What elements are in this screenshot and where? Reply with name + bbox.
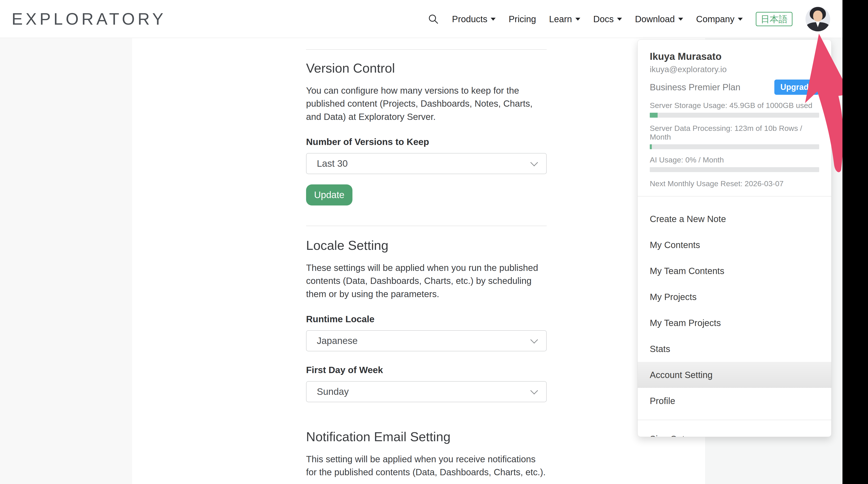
update-button[interactable]: Update bbox=[306, 184, 352, 206]
runtime-locale-label: Runtime Locale bbox=[306, 314, 547, 325]
user-info-section: Ikuya Murasato ikuya@exploratory.io Busi… bbox=[638, 40, 831, 196]
plan-name: Business Premier Plan bbox=[650, 82, 741, 92]
storage-usage: Server Storage Usage: 45.9GB of 1000GB u… bbox=[650, 101, 819, 118]
plan-row: Business Premier Plan Upgrade bbox=[650, 80, 819, 95]
data-processing-usage: Server Data Processing: 123m of 10b Rows… bbox=[650, 124, 819, 149]
usage-reset-date: Next Monthly Usage Reset: 2026-03-07 bbox=[650, 179, 819, 196]
user-dropdown-menu: Ikuya Murasato ikuya@exploratory.io Busi… bbox=[638, 39, 832, 437]
brand-logo[interactable]: EXPLORATORY bbox=[12, 9, 166, 28]
ai-usage-label: AI Usage: 0% / Month bbox=[650, 155, 819, 164]
menu-item-profile[interactable]: Profile bbox=[638, 388, 831, 414]
header: EXPLORATORY Products Pricing Learn Docs bbox=[0, 0, 842, 38]
page: EXPLORATORY Products Pricing Learn Docs bbox=[0, 0, 842, 484]
versions-to-keep-select[interactable]: Last 30 bbox=[306, 153, 547, 174]
menu-item-my-projects[interactable]: My Projects bbox=[638, 284, 831, 310]
versions-to-keep-label: Number of Versions to Keep bbox=[306, 137, 547, 147]
data-processing-label: Server Data Processing: 123m of 10b Rows… bbox=[650, 124, 819, 141]
notification-email-title: Notification Email Setting bbox=[306, 429, 547, 444]
first-day-of-week-select[interactable]: Sunday bbox=[306, 381, 547, 402]
user-email: ikuya@exploratory.io bbox=[650, 65, 819, 74]
nav-item-learn[interactable]: Learn bbox=[549, 14, 580, 24]
menu-divider bbox=[638, 196, 831, 196]
section-divider bbox=[306, 225, 547, 226]
menu-item-sign-out[interactable]: Sign Out bbox=[638, 426, 831, 437]
user-avatar[interactable] bbox=[805, 7, 830, 31]
ai-usage-bar bbox=[650, 167, 819, 172]
first-day-of-week-label: First Day of Week bbox=[306, 365, 547, 375]
versions-to-keep-select-wrap: Last 30 bbox=[306, 153, 547, 174]
main-nav: Products Pricing Learn Docs Download Com… bbox=[428, 0, 830, 38]
user-name: Ikuya Murasato bbox=[650, 51, 819, 62]
notification-email-description: This setting will be applied when you re… bbox=[306, 453, 547, 479]
chevron-down-icon bbox=[491, 18, 496, 21]
nav-item-products[interactable]: Products bbox=[452, 14, 496, 24]
chevron-down-icon bbox=[617, 18, 622, 21]
menu-item-account-setting[interactable]: Account Setting bbox=[638, 362, 831, 388]
nav-item-download[interactable]: Download bbox=[635, 14, 683, 24]
menu-divider bbox=[638, 420, 831, 420]
version-control-description: You can configure how many versions to k… bbox=[306, 84, 547, 123]
nav-item-company[interactable]: Company bbox=[696, 14, 743, 24]
menu-item-my-team-projects[interactable]: My Team Projects bbox=[638, 310, 831, 336]
storage-usage-label: Server Storage Usage: 45.9GB of 1000GB u… bbox=[650, 101, 819, 110]
settings-content: Version Control You can configure how ma… bbox=[306, 38, 547, 479]
menu-item-create-new-note[interactable]: Create a New Note bbox=[638, 206, 831, 232]
version-control-title: Version Control bbox=[306, 61, 547, 75]
data-processing-bar-fill bbox=[650, 144, 652, 149]
nav-item-docs[interactable]: Docs bbox=[593, 14, 622, 24]
search-icon[interactable] bbox=[428, 13, 439, 25]
storage-usage-bar bbox=[650, 113, 819, 118]
user-menu-list: Create a New Note My Contents My Team Co… bbox=[638, 206, 831, 414]
upgrade-button[interactable]: Upgrade bbox=[774, 80, 819, 95]
menu-item-my-contents[interactable]: My Contents bbox=[638, 232, 831, 258]
section-divider bbox=[306, 49, 547, 50]
left-gutter bbox=[0, 38, 132, 484]
data-processing-bar bbox=[650, 144, 819, 149]
language-toggle-button[interactable]: 日本語 bbox=[756, 12, 793, 26]
storage-usage-bar-fill bbox=[650, 113, 658, 118]
locale-setting-description: These settings will be applied when you … bbox=[306, 261, 547, 301]
first-day-of-week-select-wrap: Sunday bbox=[306, 381, 547, 402]
chevron-down-icon bbox=[576, 18, 580, 21]
chevron-down-icon bbox=[738, 18, 743, 21]
menu-item-stats[interactable]: Stats bbox=[638, 336, 831, 362]
avatar-face bbox=[813, 10, 823, 22]
chevron-down-icon bbox=[678, 18, 683, 21]
runtime-locale-select-wrap: Japanese bbox=[306, 330, 547, 351]
ai-usage: AI Usage: 0% / Month bbox=[650, 155, 819, 172]
runtime-locale-select[interactable]: Japanese bbox=[306, 330, 547, 351]
nav-item-pricing[interactable]: Pricing bbox=[508, 14, 536, 24]
locale-setting-title: Locale Setting bbox=[306, 238, 547, 253]
menu-item-my-team-contents[interactable]: My Team Contents bbox=[638, 258, 831, 284]
